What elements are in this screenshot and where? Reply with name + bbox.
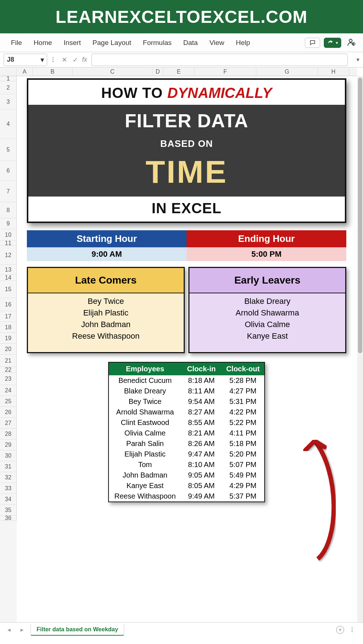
row-header-22[interactable]: 22 (0, 367, 17, 373)
column-header-E[interactable]: E (163, 67, 195, 76)
row-header-35[interactable]: 35 (0, 505, 17, 516)
accept-formula-button[interactable]: ✓ (70, 54, 81, 65)
row-header-29[interactable]: 29 (0, 439, 17, 450)
row-header-5[interactable]: 5 (0, 139, 17, 161)
row-header-6[interactable]: 6 (0, 161, 17, 181)
row-header-20[interactable]: 20 (0, 344, 17, 355)
title-time: TIME (28, 156, 345, 188)
cell-clock-out: 5:20 PM (222, 450, 264, 458)
cell-employee: Olivia Calme (109, 429, 181, 437)
row-header-24[interactable]: 24 (0, 385, 17, 396)
end-hour-label: Ending Hour (187, 230, 346, 247)
select-all-cell[interactable] (0, 67, 17, 76)
row-header-1[interactable]: 1 (0, 76, 17, 81)
ribbon-tab-home[interactable]: Home (28, 37, 58, 49)
title-in-excel: IN EXCEL (152, 200, 221, 216)
row-header-18[interactable]: 18 (0, 322, 17, 333)
row-header-31[interactable]: 31 (0, 461, 17, 472)
row-header-2[interactable]: 2 (0, 81, 17, 94)
table-row: Elijah Plastic9:47 AM5:20 PM (109, 449, 264, 459)
ribbon-tab-file[interactable]: File (5, 37, 28, 49)
row-header-13[interactable]: 13 (0, 265, 17, 275)
cell-clock-out: 4:27 PM (222, 387, 264, 395)
cell-clock-in: 9:49 AM (181, 492, 221, 500)
row-header-33[interactable]: 33 (0, 483, 17, 494)
list-item: Arnold Shawarma (189, 307, 345, 319)
row-header-25[interactable]: 25 (0, 396, 17, 407)
account-button[interactable] (345, 36, 358, 49)
column-header-F[interactable]: F (195, 67, 256, 76)
sheet-tab-active[interactable]: Filter data based on Weekday (30, 624, 125, 636)
cancel-formula-button[interactable]: ✕ (59, 54, 70, 65)
cell-clock-out: 5:49 PM (222, 471, 264, 479)
row-header-27[interactable]: 27 (0, 418, 17, 429)
row-header-30[interactable]: 30 (0, 450, 17, 461)
column-header-C[interactable]: C (73, 67, 152, 76)
list-item: Kanye East (189, 330, 345, 342)
svg-point-0 (349, 39, 352, 42)
table-row: Blake Dreary8:11 AM4:27 PM (109, 386, 264, 396)
share-button[interactable]: ▾ (324, 38, 341, 48)
column-header-D[interactable]: D (152, 67, 163, 76)
ribbon-tab-view[interactable]: View (204, 37, 230, 49)
row-header-36[interactable]: 36 (0, 516, 17, 521)
row-header-3[interactable]: 3 (0, 94, 17, 110)
ribbon-tab-help[interactable]: Help (230, 37, 256, 49)
row-header-26[interactable]: 26 (0, 407, 17, 418)
worksheet[interactable]: ABCDEFGH 1234567891011121314151617181920… (0, 67, 363, 622)
name-box[interactable]: J8 ▾ (4, 54, 47, 66)
sheet-nav-next[interactable]: ► (17, 627, 27, 633)
row-header-10[interactable]: 10 (0, 229, 17, 241)
table-row: Benedict Cucum8:18 AM5:28 PM (109, 375, 264, 386)
sheet-nav-prev[interactable]: ◄ (4, 627, 14, 633)
row-header-8[interactable]: 8 (0, 202, 17, 218)
cell-clock-out: 5:07 PM (222, 461, 264, 469)
row-header-7[interactable]: 7 (0, 181, 17, 202)
ribbon-tab-insert[interactable]: Insert (58, 37, 87, 49)
formula-bar: J8 ▾ ⋮ ✕ ✓ fx ▾ (0, 52, 363, 67)
comments-button[interactable] (305, 38, 320, 48)
row-header-9[interactable]: 9 (0, 218, 17, 229)
row-header-15[interactable]: 15 (0, 281, 17, 298)
vertical-scrollbar[interactable] (357, 76, 363, 622)
column-header-G[interactable]: G (256, 67, 318, 76)
row-header-21[interactable]: 21 (0, 355, 17, 367)
row-header-23[interactable]: 23 (0, 373, 17, 385)
table-row: Tom8:10 AM5:07 PM (109, 459, 264, 470)
cell-employee: Parah Salin (109, 439, 181, 448)
row-header-32[interactable]: 32 (0, 472, 17, 483)
row-header-34[interactable]: 34 (0, 494, 17, 505)
column-header-H[interactable]: H (318, 67, 349, 76)
ribbon-tab-data[interactable]: Data (178, 37, 204, 49)
list-item: Bey Twice (28, 296, 184, 307)
employees-table: Employees Clock-in Clock-out Benedict Cu… (108, 362, 265, 502)
scrollbar-thumb[interactable] (358, 78, 362, 353)
column-header-A[interactable]: A (17, 67, 33, 76)
formula-input[interactable] (91, 54, 348, 66)
row-header-12[interactable]: 12 (0, 246, 17, 265)
early-leavers-label: Early Leavers (189, 268, 345, 293)
row-header-4[interactable]: 4 (0, 110, 17, 139)
list-item: Reese Withaspoon (28, 330, 184, 342)
formula-expand-button[interactable]: ▾ (351, 56, 359, 63)
row-header-14[interactable]: 14 (0, 275, 17, 281)
row-header-19[interactable]: 19 (0, 333, 17, 344)
ribbon-tab-page-layout[interactable]: Page Layout (87, 37, 137, 49)
title-card: HOW TO DYNAMICALLY FILTER DATA BASED ON … (27, 78, 346, 223)
early-leavers-card: Early Leavers Blake DrearyArnold Shawarm… (188, 267, 346, 353)
cell-clock-in: 9:05 AM (181, 471, 221, 479)
cell-employee: Tom (109, 461, 181, 469)
row-header-28[interactable]: 28 (0, 429, 17, 439)
row-header-11[interactable]: 11 (0, 241, 17, 246)
new-sheet-button[interactable]: + (336, 626, 344, 634)
row-header-17[interactable]: 17 (0, 311, 17, 322)
start-hour-value: 9:00 AM (27, 247, 187, 261)
title-howto: HOW TO (101, 85, 163, 101)
cell-employee: John Badman (109, 471, 181, 479)
table-row: Arnold Shawarma8:27 AM4:22 PM (109, 407, 264, 417)
row-header-16[interactable]: 16 (0, 298, 17, 311)
title-filter-data: FILTER DATA (28, 110, 345, 132)
column-header-B[interactable]: B (33, 67, 73, 76)
ribbon-tab-formulas[interactable]: Formulas (137, 37, 178, 49)
sheet-menu-button[interactable]: ⋮ (349, 626, 355, 633)
